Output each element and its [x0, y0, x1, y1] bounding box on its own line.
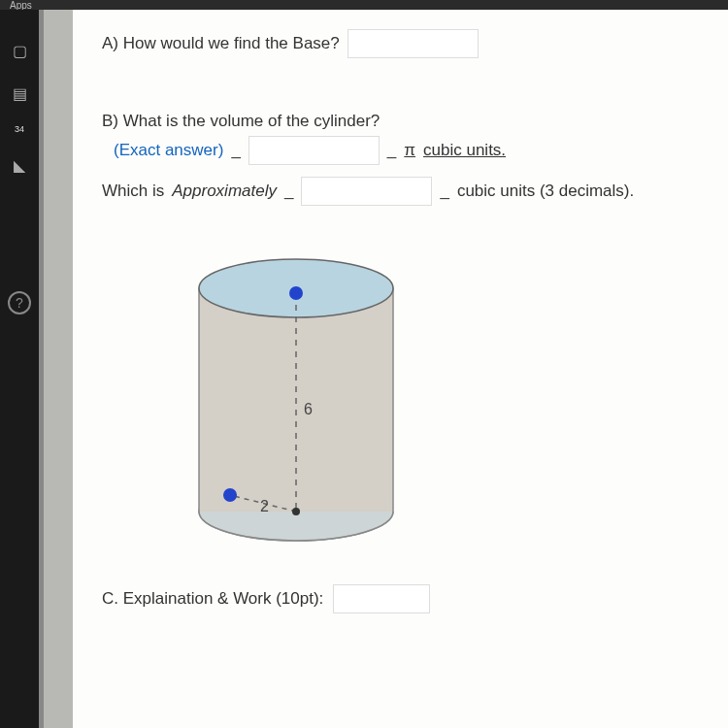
cubic-units-1: cubic units.: [423, 141, 506, 160]
height-label: 6: [304, 401, 313, 417]
content-area: A) How would we find the Base? B) What i…: [73, 10, 728, 728]
apps-label: Apps: [10, 0, 32, 11]
approx-prefix: Which is: [102, 182, 164, 201]
svg-point-4: [223, 488, 237, 502]
sidebar-badge: 34: [15, 124, 24, 134]
approx-suffix: cubic units (3 decimals).: [457, 182, 634, 201]
cylinder-svg: 6 2: [160, 230, 432, 560]
approx-label: Approximately: [172, 182, 277, 201]
question-a-text: A) How would we find the Base?: [102, 34, 340, 53]
exact-answer-row: (Exact answer) _ _ π cubic units.: [102, 136, 699, 165]
question-b-text: B) What is the volume of the cylinder?: [102, 112, 380, 131]
approx-answer-input[interactable]: [301, 177, 432, 206]
question-c-input[interactable]: [333, 584, 430, 613]
question-a-row: A) How would we find the Base?: [102, 29, 699, 58]
pi-symbol: π: [404, 141, 415, 160]
exact-answer-label: (Exact answer): [114, 141, 223, 160]
browser-toolbar: Apps: [0, 0, 728, 10]
content-wrapper: A) How would we find the Base? B) What i…: [44, 10, 728, 728]
question-c-text: C. Explaination & Work (10pt):: [102, 589, 323, 609]
left-sidebar: ▢ ▤ 34 ◣: [0, 10, 39, 728]
question-b-row: B) What is the volume of the cylinder?: [102, 112, 699, 131]
approx-answer-row: Which is Approximately _ _ cubic units (…: [102, 177, 699, 206]
svg-point-5: [292, 508, 300, 515]
question-a-input[interactable]: [347, 29, 479, 58]
radius-label: 2: [260, 498, 269, 514]
sidebar-icon-2[interactable]: ▤: [8, 82, 31, 105]
exact-answer-input[interactable]: [248, 136, 380, 165]
help-icon[interactable]: ?: [8, 291, 31, 314]
question-c-row: C. Explaination & Work (10pt):: [102, 584, 699, 613]
cylinder-diagram: 6 2: [160, 230, 699, 565]
svg-point-3: [289, 286, 303, 300]
sidebar-icon-3[interactable]: ◣: [8, 153, 31, 177]
sidebar-icon-1[interactable]: ▢: [8, 39, 31, 62]
